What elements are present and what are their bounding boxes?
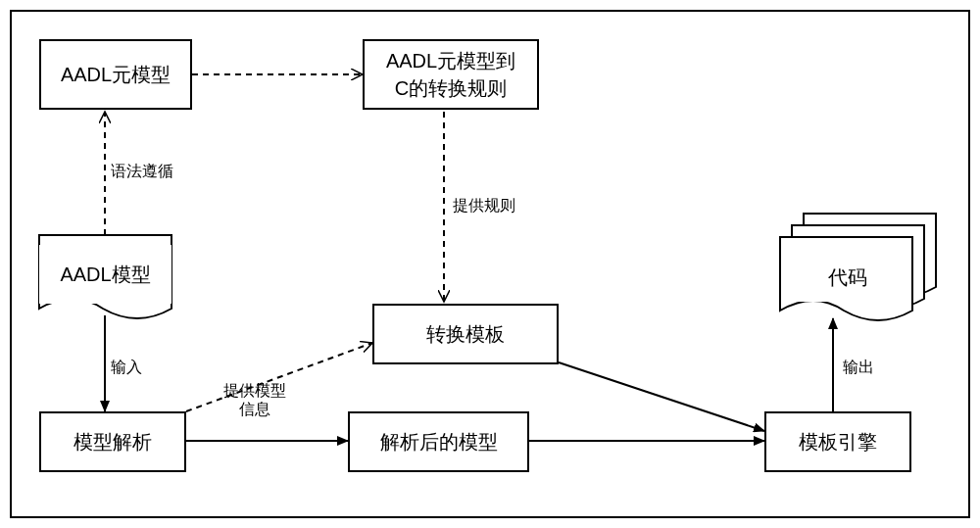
- label-text: 提供模型 信息: [223, 382, 286, 417]
- node-label: 模板引擎: [799, 428, 877, 456]
- node-aadl-metamodel: AADL元模型: [39, 39, 192, 110]
- node-code-output: 代码: [789, 253, 906, 302]
- node-label: AADL模型: [60, 262, 150, 288]
- node-label: 模型解析: [74, 428, 152, 456]
- edge-label-provide-model-info: 提供模型 信息: [223, 362, 286, 419]
- node-model-parse: 模型解析: [39, 411, 186, 472]
- edge-label-input: 输入: [111, 358, 142, 378]
- label-text: 输出: [843, 359, 874, 375]
- edge-label-output: 输出: [843, 358, 874, 378]
- node-label: AADL元模型到 C的转换规则: [386, 47, 515, 102]
- node-label: AADL元模型: [61, 61, 171, 88]
- node-label: 转换模板: [426, 320, 505, 348]
- edge-label-provide-rules: 提供规则: [453, 196, 515, 216]
- label-text: 语法遵循: [111, 163, 173, 179]
- node-conversion-template: 转换模板: [372, 304, 559, 364]
- edge-label-syntax: 语法遵循: [111, 162, 173, 182]
- node-conversion-rules: AADL元模型到 C的转换规则: [363, 39, 539, 110]
- label-text: 输入: [111, 359, 142, 375]
- node-label: 代码: [828, 264, 867, 291]
- node-parsed-model: 解析后的模型: [348, 411, 529, 472]
- node-aadl-model: AADL模型: [39, 245, 172, 304]
- label-text: 提供规则: [453, 197, 515, 214]
- node-template-engine: 模板引擎: [764, 411, 911, 472]
- node-label: 解析后的模型: [380, 428, 498, 456]
